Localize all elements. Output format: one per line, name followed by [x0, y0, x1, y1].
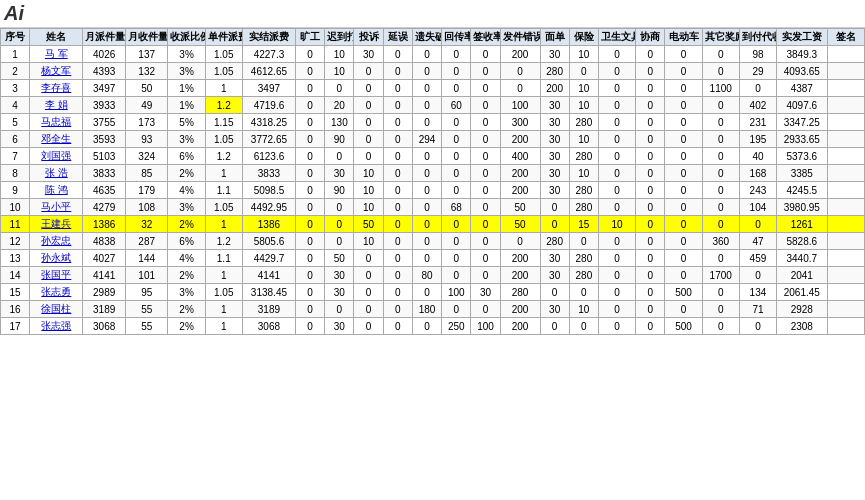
- header-send-err: 发件错误: [500, 29, 540, 46]
- table-row: 15张志勇2989953%1.053138.450300001003028000…: [1, 284, 865, 301]
- name-link[interactable]: 张 浩: [45, 167, 68, 178]
- table-row: 7刘国强51033246%1.26123.6000000040030280000…: [1, 148, 865, 165]
- table-row: 13孙永斌40271444%1.14429.705000000200302800…: [1, 250, 865, 267]
- table-row: 5马忠福37551735%1.154318.250130000003003028…: [1, 114, 865, 131]
- header-actual-fee: 实结派费: [242, 29, 295, 46]
- table-row: 4李 娟3933491%1.24719.60200006001003010000…: [1, 97, 865, 114]
- table-row: 2杨文军43931323%1.054612.650100000002800000…: [1, 63, 865, 80]
- table-row: 9陈 鸿46351794%1.15098.5090100000200302800…: [1, 182, 865, 199]
- header-sign: 签收率: [471, 29, 500, 46]
- name-link[interactable]: 张志强: [41, 320, 71, 331]
- table-row: 8张 浩3833852%1383303010000020030100000168…: [1, 165, 865, 182]
- header-appeal: 投诉: [354, 29, 383, 46]
- table-row: 11王建兵1386322%113860050000050015100000126…: [1, 216, 865, 233]
- name-link[interactable]: 孙永斌: [41, 252, 71, 263]
- header-seq: 序号: [1, 29, 30, 46]
- header-unit-fee: 单件派费: [205, 29, 242, 46]
- header-actual-wage: 实发工资: [777, 29, 828, 46]
- header-name: 姓名: [30, 29, 83, 46]
- name-link[interactable]: 王建兵: [41, 218, 71, 229]
- table-row: 14张国平41411012%14141030008000200302800001…: [1, 267, 865, 284]
- table-row: 1马 军40261373%1.054227.301030000020030100…: [1, 46, 865, 63]
- header-agency: 协商: [636, 29, 665, 46]
- header-pay-sub: 到付代收: [739, 29, 776, 46]
- wage-table: 序号 姓名 月派件量 月收件量 收派比例 单件派费 实结派费 旷工 迟到打卡 投…: [0, 28, 865, 335]
- table-header-row: 序号 姓名 月派件量 月收件量 收派比例 单件派费 实结派费 旷工 迟到打卡 投…: [1, 29, 865, 46]
- header-return: 回传率: [442, 29, 471, 46]
- header-form: 面单: [540, 29, 569, 46]
- app-title: Ai: [4, 2, 24, 25]
- table-row: 6邓全生3593933%1.053772.6509000294002003010…: [1, 131, 865, 148]
- app-header: Ai: [0, 0, 865, 28]
- table-row: 17张志强3068552%130680300002501002000000500…: [1, 318, 865, 335]
- header-missing: 遗失破损: [412, 29, 441, 46]
- name-link[interactable]: 张志勇: [41, 286, 71, 297]
- header-late: 迟到打卡: [325, 29, 354, 46]
- name-link[interactable]: 孙宏忠: [41, 235, 71, 246]
- name-link[interactable]: 刘国强: [41, 150, 71, 161]
- header-absentee: 旷工: [296, 29, 325, 46]
- name-link[interactable]: 马 军: [45, 48, 68, 59]
- name-link[interactable]: 马忠福: [41, 116, 71, 127]
- table-row: 3李存喜3497501%1349700000000200100001100043…: [1, 80, 865, 97]
- name-link[interactable]: 杨文军: [41, 65, 71, 76]
- name-link[interactable]: 李存喜: [41, 82, 71, 93]
- header-elec: 电动车: [665, 29, 702, 46]
- header-signature: 签名: [827, 29, 864, 46]
- header-income-pieces: 月收件量: [125, 29, 168, 46]
- table-row: 16徐国柱3189552%131890000180002003010000071…: [1, 301, 865, 318]
- name-link[interactable]: 马小平: [41, 201, 71, 212]
- name-link[interactable]: 邓全生: [41, 133, 71, 144]
- name-link[interactable]: 张国平: [41, 269, 71, 280]
- header-other: 其它奖励: [702, 29, 739, 46]
- header-health: 卫生文具: [599, 29, 636, 46]
- header-month-pieces: 月派件量: [83, 29, 126, 46]
- header-insurance: 保险: [569, 29, 598, 46]
- table-row: 10马小平42791083%1.054492.95001000680500280…: [1, 199, 865, 216]
- name-link[interactable]: 李 娟: [45, 99, 68, 110]
- header-delay: 延误: [383, 29, 412, 46]
- table-row: 12孙宏忠48382876%1.25805.600100000028000003…: [1, 233, 865, 250]
- name-link[interactable]: 徐国柱: [41, 303, 71, 314]
- header-income-ratio: 收派比例: [168, 29, 205, 46]
- name-link[interactable]: 陈 鸿: [45, 184, 68, 195]
